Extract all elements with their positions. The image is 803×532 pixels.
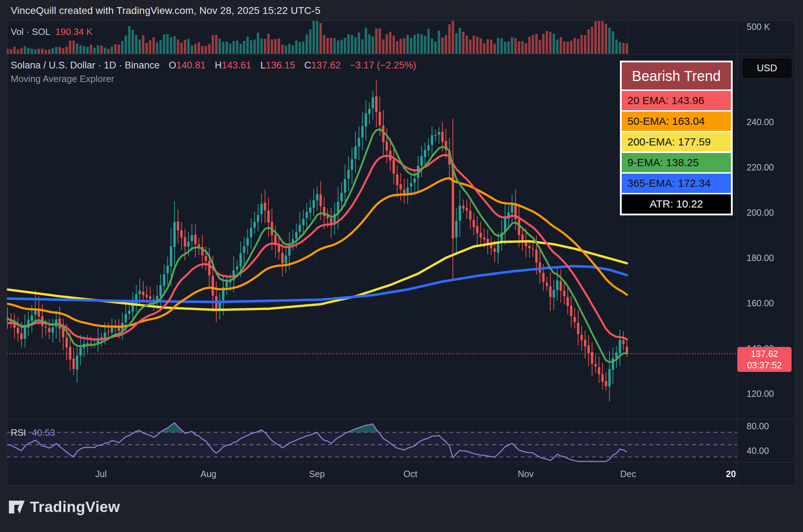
time-axis-tick: Oct (393, 469, 428, 479)
price-axis-tick: 240.00 (747, 117, 774, 127)
rsi-legend: RSI40.53 (11, 427, 55, 438)
close-label: C (304, 60, 312, 71)
trend-panel-row: 9-EMA: 138.25 (622, 153, 731, 172)
last-price-value: 137.62 (751, 348, 778, 360)
brand-name: TradingView (30, 498, 120, 516)
trend-panel-row: 200-EMA: 177.59 (622, 132, 731, 152)
snapshot-title: VinceQuill created with TradingView.com,… (11, 5, 320, 16)
close-value: 137.62 (311, 60, 341, 71)
price-axis-tick: 120.00 (747, 389, 774, 399)
time-axis-tick: Nov (509, 469, 543, 479)
time-axis-tick: Jul (84, 469, 118, 479)
volume-legend: Vol · SOL190.34 K (11, 26, 92, 37)
time-axis-tick: Sep (300, 469, 334, 479)
open-value: 140.81 (176, 60, 206, 71)
volume-legend-label: Vol · SOL (11, 26, 50, 37)
time-axis-tick: 20 (714, 469, 748, 479)
last-price-badge: 137.62 03:37:52 (737, 347, 792, 372)
open-label: O (169, 60, 176, 71)
volume-legend-value: 190.34 K (55, 26, 92, 37)
price-axis-tick: 160.00 (747, 298, 774, 308)
low-label: L (260, 60, 266, 71)
price-axis-tick: 40.00 (747, 446, 769, 456)
low-value: 136.15 (266, 60, 295, 71)
change-value: −3.17 (−2.25%) (350, 60, 416, 71)
price-axis-tick: 180.00 (747, 253, 774, 263)
bar-countdown: 03:37:52 (747, 359, 782, 371)
rsi-value: 40.53 (32, 427, 55, 438)
time-axis-tick: Dec (611, 469, 645, 479)
trend-panel-row: ATR: 10.22 (622, 194, 731, 214)
price-axis-tick: 220.00 (747, 162, 774, 172)
trend-panel-row: 365-EMA: 172.34 (622, 174, 731, 193)
tradingview-snapshot: VinceQuill created with TradingView.com,… (0, 0, 803, 532)
price-axis-tick: 200.00 (747, 208, 774, 218)
trend-status-header: Bearish Trend (622, 62, 731, 89)
tradingview-logo-icon (9, 499, 25, 515)
currency-toggle-button[interactable]: USD (742, 58, 792, 78)
symbol-title: Solana / U.S. Dollar · 1D · Binance (11, 60, 160, 71)
trend-status-panel: Bearish Trend 20 EMA: 143.9650-EMA: 163.… (620, 61, 733, 215)
trend-panel-row: 50-EMA: 163.04 (622, 112, 731, 131)
price-axis-tick: 500 K (747, 22, 770, 32)
price-axis-tick: 80.00 (747, 421, 769, 431)
indicator-name-label: Moving Average Explorer (11, 73, 114, 85)
symbol-info-line: Solana / U.S. Dollar · 1D · Binance O140… (11, 60, 416, 71)
high-value: 143.61 (222, 60, 251, 71)
high-label: H (215, 60, 222, 71)
time-axis-tick: Aug (191, 469, 226, 479)
tradingview-brand: TradingView (9, 498, 120, 516)
trend-panel-row: 20 EMA: 143.96 (622, 91, 731, 110)
rsi-label: RSI (11, 427, 26, 438)
